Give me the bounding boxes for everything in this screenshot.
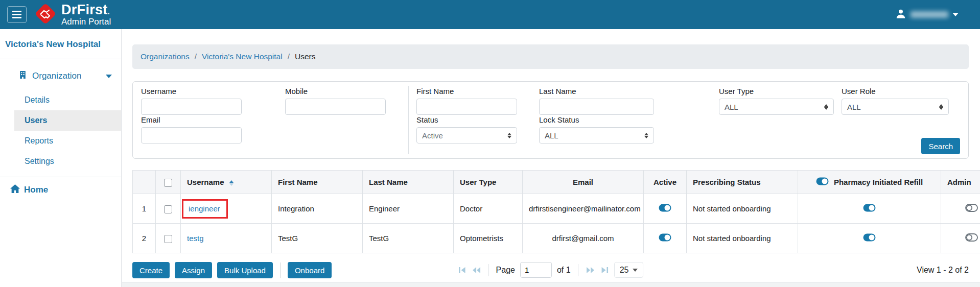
prescribing-status-cell: Not started onboarding [687, 224, 798, 253]
last-page-icon[interactable] [600, 266, 609, 274]
breadcrumb-separator: / [195, 52, 197, 61]
breadcrumb-hospital[interactable]: Victoria's New Hospital [202, 52, 283, 61]
select-arrows-icon [939, 104, 943, 110]
sidebar-item-reports[interactable]: Reports [0, 131, 121, 151]
first-name-column-header: First Name [272, 171, 363, 194]
sidebar-item-label: Home [24, 185, 48, 195]
sidebar-item-users[interactable]: Users [14, 110, 121, 131]
pharmacy-refill-column-header: Pharmacy Initiated Refill [798, 171, 941, 194]
sidebar-item-settings[interactable]: Settings [0, 151, 121, 172]
sidebar-item-label: Organization [32, 71, 81, 81]
select-all-checkbox[interactable] [164, 179, 172, 187]
active-cell [644, 224, 687, 253]
row-number: 1 [133, 194, 156, 224]
sidebar-item-details[interactable]: Details [0, 90, 121, 110]
bottom-scroll-strip [122, 282, 980, 287]
sort-icon[interactable] [229, 180, 234, 186]
user-menu[interactable] [895, 8, 973, 21]
assign-button[interactable]: Assign [175, 262, 212, 278]
row-select-cell [156, 224, 181, 253]
page-size-select[interactable]: 25 [614, 262, 644, 278]
sidebar-item-home[interactable]: Home [0, 177, 121, 202]
table-row: 1 iengineer Integration Engineer Doctor … [133, 194, 980, 224]
email-column-header: Email [523, 171, 644, 194]
row-number-header [133, 171, 156, 194]
first-name-cell: Integration [272, 194, 363, 224]
sidebar: Victoria's New Hospital Organization Det… [0, 29, 122, 287]
status-filter-select[interactable]: Active [416, 127, 517, 144]
username-filter-input[interactable] [141, 99, 242, 115]
username-cell: iengineer [181, 194, 272, 224]
previous-page-icon[interactable] [472, 266, 481, 274]
lock-status-filter-select[interactable]: ALL [539, 127, 654, 144]
breadcrumb-current: Users [295, 52, 315, 61]
next-page-icon[interactable] [586, 266, 595, 274]
username-filter-label: Username [141, 87, 242, 95]
username-link[interactable]: testg [187, 234, 204, 243]
table-row: 2 testg TestG TestG Optometrists drfirst… [133, 224, 980, 253]
view-range-info: View 1 - 2 of 2 [917, 266, 969, 275]
email-cell: drfirst@gmail.com [523, 224, 644, 253]
home-icon [10, 184, 20, 196]
bulk-upload-button[interactable]: Bulk Upload [217, 262, 273, 278]
email-filter-input[interactable] [141, 127, 242, 144]
onboard-button[interactable]: Onboard [288, 262, 332, 278]
page-label: Page [496, 266, 515, 275]
drfirst-logo-icon [34, 2, 57, 27]
user-icon [895, 8, 906, 21]
user-name-redacted [911, 11, 948, 18]
user-type-filter-select[interactable]: ALL [719, 99, 834, 115]
last-name-column-header: Last Name [363, 171, 454, 194]
pager-divider [488, 264, 489, 276]
breadcrumb: Organizations / Victoria's New Hospital … [132, 44, 969, 69]
lock-status-filter-label: Lock Status [539, 115, 654, 124]
pharmacy-refill-toggle-on[interactable] [863, 233, 876, 243]
active-cell [644, 194, 687, 224]
brand-title: DrFirst. [61, 3, 111, 17]
username-cell: testg [181, 224, 272, 253]
user-type-cell: Optometrists [454, 224, 523, 253]
chevron-down-icon [952, 13, 959, 16]
last-name-filter-input[interactable] [539, 99, 654, 115]
row-checkbox[interactable] [164, 205, 172, 213]
select-arrows-icon [644, 133, 648, 138]
prescribing-status-column-header: Prescribing Status [687, 171, 798, 194]
first-page-icon[interactable] [458, 266, 466, 274]
username-link[interactable]: iengineer [189, 204, 220, 213]
top-app-bar: DrFirst. Admin Portal [0, 0, 980, 29]
admin-column-header: Admin [941, 171, 980, 194]
organization-subnav: Details Users Reports Settings [0, 90, 121, 172]
menu-toggle-button[interactable] [7, 6, 27, 23]
breadcrumb-organizations[interactable]: Organizations [141, 52, 190, 61]
pharmacy-refill-toggle-on[interactable] [863, 204, 876, 213]
mobile-filter-label: Mobile [285, 87, 386, 95]
table-header-row: Username First Name Last Name User Type … [133, 171, 980, 194]
page-number-input[interactable] [520, 262, 552, 278]
admin-toggle-off[interactable] [965, 204, 978, 213]
pharmacy-refill-master-toggle[interactable] [816, 177, 829, 187]
create-button[interactable]: Create [132, 262, 170, 278]
main-content: Organizations / Victoria's New Hospital … [122, 29, 980, 287]
annotation-highlight-box: iengineer [182, 199, 228, 219]
mobile-filter-input[interactable] [285, 99, 386, 115]
row-select-cell [156, 194, 181, 224]
active-toggle-on[interactable] [659, 233, 671, 243]
filter-divider [408, 86, 409, 154]
email-cell: drfirstisengineer@mailinator.com [523, 194, 644, 224]
first-name-filter-input[interactable] [416, 99, 517, 115]
table-footer: Create Assign Bulk Upload Onboard Page o… [132, 259, 969, 282]
user-role-filter-label: User Role [842, 87, 949, 95]
drfirst-logo[interactable]: DrFirst. Admin Portal [34, 2, 111, 27]
pharmacy-refill-cell [798, 194, 941, 224]
user-role-filter-select[interactable]: ALL [842, 99, 949, 115]
row-checkbox[interactable] [164, 235, 172, 243]
chevron-down-icon [633, 269, 638, 272]
admin-cell [941, 194, 980, 224]
username-column-header[interactable]: Username [181, 171, 272, 194]
active-toggle-on[interactable] [659, 204, 671, 213]
admin-toggle-off[interactable] [965, 233, 978, 243]
building-icon [18, 70, 27, 82]
search-button[interactable]: Search [921, 138, 960, 154]
pharmacy-refill-cell [798, 224, 941, 253]
sidebar-item-organization[interactable]: Organization [0, 59, 121, 87]
